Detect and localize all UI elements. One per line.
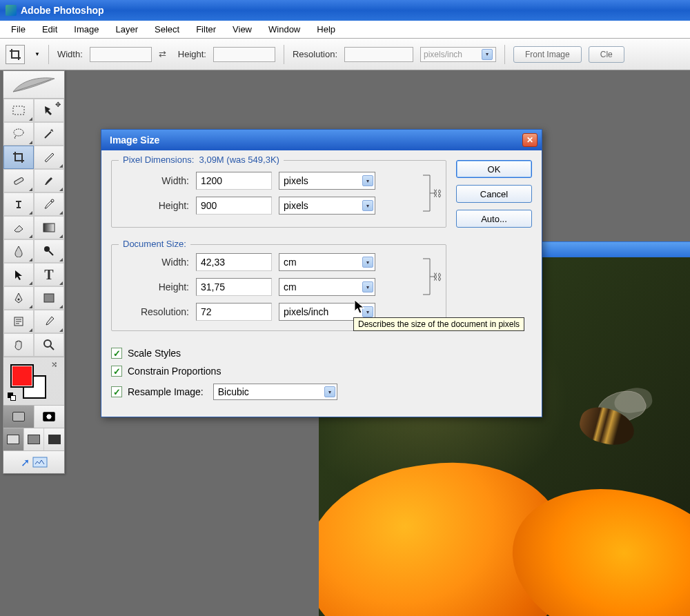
constrain-link-icon: ⛓ (420, 169, 439, 217)
screen-full-menubar-button[interactable] (24, 428, 45, 450)
menu-select[interactable]: Select (146, 22, 188, 37)
blur-tool[interactable] (3, 239, 34, 263)
default-colors-icon[interactable] (8, 393, 19, 402)
swap-colors-icon[interactable]: ⤭ (51, 360, 57, 369)
history-brush-tool[interactable] (34, 192, 64, 216)
ok-button[interactable]: OK (456, 160, 532, 178)
screen-standard-button[interactable] (3, 428, 24, 450)
standard-mode-button[interactable] (3, 406, 34, 428)
arrow-icon (14, 269, 23, 280)
shape-tool[interactable] (34, 286, 64, 310)
auto-button[interactable]: Auto... (456, 210, 532, 228)
pixel-width-unit-combo[interactable]: pixels ▾ (279, 172, 375, 190)
doc-height-input[interactable] (196, 278, 272, 296)
chevron-down-icon: ▾ (482, 49, 493, 60)
dialog-title: Image Size (110, 135, 159, 146)
front-image-button[interactable]: Front Image (513, 46, 582, 63)
close-button[interactable]: ✕ (522, 133, 538, 147)
lasso-icon (12, 128, 25, 139)
magic-wand-tool[interactable] (34, 122, 64, 146)
color-swatches: ⤭ (3, 357, 64, 405)
gradient-icon (43, 223, 55, 232)
menu-file[interactable]: File (3, 22, 34, 37)
zoom-tool[interactable] (34, 333, 64, 357)
tool-preset-picker[interactable] (6, 45, 25, 64)
dodge-tool[interactable] (34, 239, 64, 263)
menu-filter[interactable]: Filter (188, 22, 224, 37)
launch-icon: ➚ (21, 456, 30, 469)
swap-dimensions-icon[interactable]: ⇄ (159, 49, 171, 59)
brush-tool[interactable] (34, 169, 64, 192)
options-bar: ▼ Width: ⇄ Height: Resolution: pixels/in… (0, 39, 690, 70)
lasso-tool[interactable] (3, 122, 34, 146)
screen-icon (7, 435, 19, 444)
crop-tool[interactable] (3, 146, 34, 169)
checkmark-icon: ✓ (111, 348, 122, 359)
quickmask-mode-button[interactable] (34, 406, 65, 428)
options-height-label: Height: (178, 49, 206, 59)
chevron-down-icon[interactable]: ▼ (34, 51, 40, 57)
doc-resolution-input[interactable] (196, 303, 272, 321)
menu-layer[interactable]: Layer (108, 22, 147, 37)
resample-image-checkbox[interactable]: ✓ Resample Image: Bicubic ▾ (111, 384, 446, 400)
tooltip: Describes the size of the document in pi… (353, 317, 524, 331)
clear-button[interactable]: Cle (589, 46, 624, 63)
eraser-tool[interactable] (3, 216, 34, 239)
app-title: Adobe Photoshop (21, 5, 104, 16)
menu-image[interactable]: Image (66, 22, 107, 37)
scale-styles-checkbox[interactable]: ✓ Scale Styles (111, 348, 446, 359)
chevron-down-icon: ▾ (362, 257, 373, 268)
chevron-down-icon: ▾ (324, 386, 335, 397)
healing-brush-tool[interactable] (3, 169, 34, 192)
pixel-height-input[interactable] (196, 197, 272, 215)
screen-full-button[interactable] (44, 428, 64, 450)
tools-grid: ✥ T (3, 99, 64, 357)
hand-icon (12, 339, 25, 351)
menu-help[interactable]: Help (308, 22, 344, 37)
foreground-color[interactable] (10, 364, 34, 388)
marquee-tool[interactable] (3, 99, 34, 122)
options-height-input[interactable] (213, 47, 275, 62)
resample-method-combo[interactable]: Bicubic ▾ (213, 384, 337, 400)
menu-edit[interactable]: Edit (34, 22, 66, 37)
imageready-icon (32, 457, 48, 468)
path-select-tool[interactable] (3, 263, 34, 286)
constrain-proportions-checkbox[interactable]: ✓ Constrain Proportions (111, 366, 446, 377)
slice-tool[interactable] (34, 146, 64, 169)
svg-point-6 (18, 299, 20, 301)
feather-icon (10, 74, 58, 95)
image-size-dialog: Image Size ✕ Pixel Dimensions: 3,09M (wa… (101, 129, 542, 417)
doc-width-label: Width: (119, 257, 189, 268)
options-resolution-unit-combo[interactable]: pixels/inch ▾ (420, 47, 496, 62)
pixel-width-input[interactable] (196, 172, 272, 190)
clone-stamp-tool[interactable] (3, 192, 34, 216)
pen-tool[interactable] (3, 286, 34, 310)
tools-header[interactable] (3, 71, 64, 99)
hand-tool[interactable] (3, 333, 34, 357)
menu-window[interactable]: Window (260, 22, 308, 37)
cancel-button[interactable]: Cancel (456, 185, 532, 203)
options-resolution-unit: pixels/inch (424, 50, 462, 59)
history-brush-icon (43, 198, 55, 210)
doc-height-unit-combo[interactable]: cm ▾ (279, 278, 375, 296)
menu-view[interactable]: View (224, 22, 260, 37)
move-tool[interactable]: ✥ (34, 99, 64, 122)
pixel-height-unit-combo[interactable]: pixels ▾ (279, 197, 375, 215)
notes-tool[interactable] (3, 310, 34, 333)
svg-rect-4 (43, 223, 55, 232)
jump-row: ➚ (3, 450, 64, 473)
stamp-icon (12, 198, 25, 210)
type-tool[interactable]: T (34, 263, 64, 286)
doc-width-input[interactable] (196, 253, 272, 271)
eyedropper-tool[interactable] (34, 310, 64, 333)
brush-icon (43, 175, 55, 187)
gradient-tool[interactable] (34, 216, 64, 239)
options-resolution-input[interactable] (344, 47, 413, 62)
svg-point-5 (44, 246, 50, 252)
screen-mode-row (3, 428, 64, 450)
jump-to-imageready-button[interactable]: ➚ (3, 451, 64, 473)
options-width-input[interactable] (90, 47, 152, 62)
doc-width-unit-combo[interactable]: cm ▾ (279, 253, 375, 271)
dialog-titlebar[interactable]: Image Size ✕ (101, 130, 542, 150)
pixel-height-label: Height: (119, 200, 189, 211)
